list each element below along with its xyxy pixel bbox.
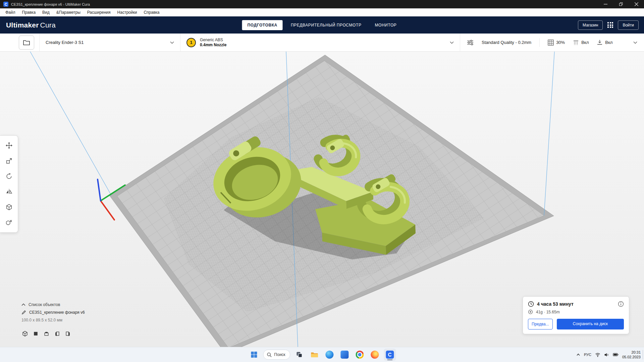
file-explorer-button[interactable] bbox=[309, 349, 321, 361]
scale-icon bbox=[6, 158, 12, 164]
object-list-panel: Список объектов CE3S1_крепление фонаря v… bbox=[21, 302, 85, 337]
close-button[interactable] bbox=[629, 0, 644, 8]
header-actions: Магазин Войти bbox=[578, 20, 639, 30]
printer-selector[interactable]: Creality Ender-3 S1 bbox=[40, 34, 180, 51]
folder-icon bbox=[311, 352, 318, 358]
support-value: Вкл bbox=[581, 40, 589, 45]
adhesion-icon bbox=[597, 40, 603, 46]
menu-bar: Файл Правка Вид &Параметры Расширения На… bbox=[0, 8, 644, 16]
material-selector[interactable]: 1 Generic ABS 0.4mm Nozzle bbox=[180, 34, 460, 51]
object-list-item[interactable]: CE3S1_крепление фонаря v6 bbox=[21, 310, 85, 315]
battery-button[interactable] bbox=[613, 353, 619, 357]
search-icon bbox=[267, 352, 272, 357]
extruder-1-badge: 1 bbox=[186, 38, 196, 47]
apps-grid-icon[interactable] bbox=[607, 22, 613, 28]
object-icon bbox=[21, 310, 26, 315]
print-settings-selector[interactable]: Standard Quality - 0.2mm 30% Вкл Вкл bbox=[460, 34, 644, 51]
move-tool-button[interactable] bbox=[2, 139, 16, 152]
sliders-icon bbox=[467, 40, 474, 46]
wifi-button[interactable] bbox=[595, 353, 600, 357]
window-controls bbox=[598, 0, 644, 8]
view-top-icon bbox=[44, 331, 49, 337]
taskbar-app-blue-button[interactable] bbox=[339, 349, 351, 361]
view-top-button[interactable] bbox=[43, 330, 50, 337]
taskbar-clock[interactable]: 20:31 05.02.2023 bbox=[622, 350, 641, 360]
blue-app-icon bbox=[341, 351, 349, 359]
start-button[interactable] bbox=[248, 349, 260, 361]
menu-view[interactable]: Вид bbox=[39, 8, 53, 16]
cura-app-icon bbox=[3, 2, 8, 7]
cura-icon bbox=[386, 351, 394, 359]
open-file-section bbox=[0, 34, 40, 51]
menu-edit[interactable]: Правка bbox=[19, 8, 39, 16]
task-view-button[interactable] bbox=[293, 349, 306, 361]
menu-extensions[interactable]: Расширения bbox=[84, 8, 114, 16]
support-setting: Вкл bbox=[573, 40, 589, 46]
support-icon bbox=[573, 40, 579, 46]
view-right-button[interactable] bbox=[64, 330, 71, 337]
show-desktop-button[interactable] bbox=[643, 350, 644, 359]
print-time-estimate: 4 часа 53 минут bbox=[537, 301, 574, 307]
chevron-up-icon bbox=[21, 303, 25, 306]
menu-settings[interactable]: Настройки bbox=[114, 8, 141, 16]
open-file-button[interactable] bbox=[19, 36, 34, 50]
extruder-number: 1 bbox=[190, 40, 192, 45]
chevron-up-icon bbox=[576, 353, 580, 356]
printer-name: Creality Ender-3 S1 bbox=[46, 40, 84, 45]
restore-button[interactable] bbox=[613, 0, 629, 8]
battery-icon bbox=[613, 353, 619, 357]
hidden-icons-button[interactable] bbox=[576, 353, 580, 356]
edge-browser-button[interactable] bbox=[324, 349, 336, 361]
minimize-button[interactable] bbox=[598, 0, 613, 8]
object-list-header[interactable]: Список объектов bbox=[21, 302, 85, 307]
support-blocker-button[interactable] bbox=[2, 216, 16, 229]
taskbar-search[interactable]: Поиск bbox=[263, 350, 290, 360]
logo-light: Cura bbox=[40, 21, 56, 29]
infill-value: 30% bbox=[556, 40, 565, 45]
info-icon[interactable] bbox=[618, 301, 624, 307]
view-front-button[interactable] bbox=[32, 330, 39, 337]
folder-open-icon bbox=[23, 40, 30, 46]
mirror-tool-button[interactable] bbox=[2, 185, 16, 198]
chrome-browser-button[interactable] bbox=[354, 349, 366, 361]
configuration-bar: Creality Ender-3 S1 1 Generic ABS 0.4mm … bbox=[0, 34, 644, 52]
menu-parameters[interactable]: &Параметры bbox=[53, 8, 84, 16]
preview-button[interactable]: Предва... bbox=[528, 319, 553, 329]
marketplace-button[interactable]: Магазин bbox=[578, 20, 603, 30]
cura-taskbar-button[interactable] bbox=[384, 349, 396, 361]
view-3d-button[interactable] bbox=[21, 330, 28, 337]
tab-preview[interactable]: ПРЕДВАРИТЕЛЬНЫЙ ПРОСМОТР bbox=[285, 20, 367, 30]
tab-monitor[interactable]: МОНИТОР bbox=[370, 20, 402, 30]
system-tray: РУС 20:31 05.02.2023 bbox=[576, 347, 641, 362]
menu-file[interactable]: Файл bbox=[2, 8, 19, 16]
material-name: Generic ABS bbox=[200, 38, 226, 42]
view-front-icon bbox=[33, 331, 39, 337]
scale-tool-button[interactable] bbox=[2, 155, 16, 167]
volume-button[interactable] bbox=[604, 353, 609, 357]
x-axis bbox=[101, 201, 114, 220]
language-indicator[interactable]: РУС bbox=[584, 353, 591, 357]
menu-help[interactable]: Справка bbox=[140, 8, 163, 16]
support-blocker-icon bbox=[6, 219, 12, 226]
app-header: UltimakerCura ПОДГОТОВКА ПРЕДВАРИТЕЛЬНЫЙ… bbox=[0, 16, 644, 34]
firefox-browser-button[interactable] bbox=[369, 349, 381, 361]
per-model-settings-icon bbox=[6, 204, 12, 210]
infill-icon bbox=[548, 40, 554, 46]
rotate-tool-button[interactable] bbox=[2, 170, 16, 183]
sign-in-button[interactable]: Войти bbox=[618, 20, 639, 30]
window-title: CE3S1_крепление фонаря v6 - UltiMaker Cu… bbox=[11, 2, 90, 6]
task-view-icon bbox=[296, 351, 303, 358]
edge-icon bbox=[326, 351, 334, 359]
save-to-disk-button[interactable]: Сохранить на диск bbox=[557, 319, 624, 329]
per-model-settings-button[interactable] bbox=[2, 201, 16, 214]
tab-prepare[interactable]: ПОДГОТОВКА bbox=[242, 20, 283, 30]
tray-time: 20:31 bbox=[622, 350, 641, 355]
firefox-icon bbox=[371, 351, 379, 359]
print-summary-panel: 4 часа 53 минут 41g · 15.65m Предва... С… bbox=[523, 296, 629, 334]
tray-date: 05.02.2023 bbox=[622, 355, 641, 359]
speaker-icon bbox=[604, 353, 609, 357]
nozzle-size: 0.4mm Nozzle bbox=[200, 43, 226, 47]
adhesion-value: Вкл bbox=[605, 40, 612, 45]
view-left-button[interactable] bbox=[54, 330, 60, 337]
z-axis bbox=[98, 179, 101, 201]
